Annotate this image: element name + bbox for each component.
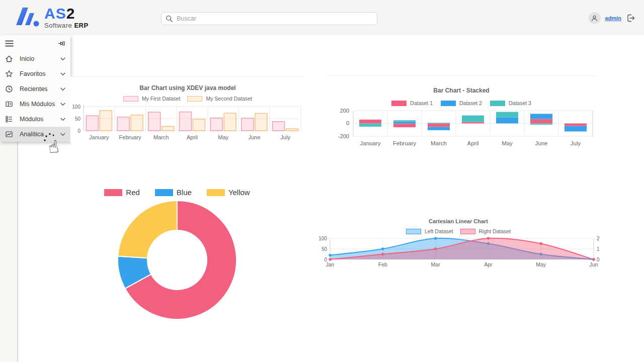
svg-text:200: 200 — [340, 108, 349, 114]
svg-text:2: 2 — [597, 236, 600, 241]
svg-text:March: March — [153, 134, 169, 140]
sidebar-item-analitica[interactable]: Analítica — [0, 127, 70, 142]
chevron-down-icon — [60, 118, 65, 121]
legend-swatch — [460, 229, 475, 234]
line-chart-card: Cartesian Linear Chart Left DatasetRight… — [316, 216, 601, 269]
stacked-bar-chart-card: Bar Chart - Stacked Dataset 1Dataset 2Da… — [327, 75, 596, 150]
legend-item[interactable]: My Second Dataset — [187, 96, 252, 102]
svg-text:0: 0 — [77, 128, 80, 134]
logout-icon[interactable] — [626, 13, 636, 23]
svg-text:July: July — [571, 140, 581, 146]
legend-swatch — [155, 189, 173, 196]
legend-label: Left Dataset — [425, 228, 453, 234]
sidebar-item-mis-modulos[interactable]: Mis Módulos — [0, 97, 70, 112]
analytics-icon — [5, 130, 13, 138]
home-icon — [5, 55, 13, 63]
legend-label: Dataset 1 — [410, 100, 433, 106]
sidebar-item-inicio[interactable]: Inicio — [0, 51, 70, 66]
legend-item[interactable]: Right Dataset — [460, 228, 511, 234]
search-icon — [166, 15, 173, 22]
svg-text:April: April — [467, 140, 478, 146]
chevron-down-icon — [60, 103, 65, 106]
app-header: AS2 Software ERP admin — [0, 0, 644, 35]
legend-swatch — [490, 101, 505, 106]
sidebar-item-recientes[interactable]: Recientes — [0, 81, 70, 97]
legend-item[interactable]: Blue — [155, 188, 192, 197]
sidebar-item-label: Mis Módulos — [20, 101, 58, 108]
chevron-down-icon — [60, 133, 65, 136]
admin-user-link[interactable]: admin — [605, 15, 621, 21]
svg-text:-200: -200 — [338, 133, 349, 139]
legend-label: My Second Dataset — [206, 96, 252, 102]
legend-item[interactable]: Left Dataset — [406, 228, 453, 234]
svg-text:100: 100 — [72, 104, 80, 110]
svg-text:May: May — [536, 261, 546, 267]
doughnut-chart-plot — [92, 197, 263, 323]
svg-text:January: January — [89, 134, 109, 140]
svg-text:April: April — [187, 134, 198, 140]
line-chart-title: Cartesian Linear Chart — [316, 218, 601, 224]
sidebar-item-label: Analítica — [20, 131, 58, 138]
legend-item[interactable]: Red — [104, 188, 140, 197]
legend-item[interactable]: Dataset 3 — [490, 100, 531, 106]
svg-text:February: February — [393, 140, 416, 146]
erp-app-window: AS2 Software ERP admin — [0, 0, 644, 362]
svg-text:March: March — [431, 140, 447, 146]
legend-label: Dataset 2 — [459, 100, 482, 106]
legend-swatch — [441, 101, 456, 106]
svg-text:June: June — [248, 134, 260, 140]
svg-text:Apr: Apr — [484, 261, 493, 267]
stacked-chart-legend: Dataset 1Dataset 2Dataset 3 — [327, 100, 596, 106]
legend-item[interactable]: Dataset 1 — [391, 100, 433, 106]
brand-logo-icon — [13, 5, 41, 29]
svg-text:1: 1 — [597, 246, 600, 252]
stacked-chart-title: Bar Chart - Stacked — [327, 87, 596, 94]
stacked-chart-plot: 2000-200JanuaryFebruaryMarchAprilMayJune… — [327, 106, 596, 150]
sidebar-item-favoritos[interactable]: Favoritos — [0, 66, 70, 81]
list-icon — [5, 115, 13, 123]
legend-item[interactable]: My First Dataset — [123, 96, 180, 102]
legend-label: Dataset 3 — [509, 100, 531, 106]
sidebar-item-label: Inicio — [20, 55, 58, 62]
legend-item[interactable]: Yellow — [207, 188, 250, 197]
bar-chart-plot: 050100JanuaryFebruaryMarchAprilMayJuneJu… — [70, 102, 305, 143]
svg-text:May: May — [218, 134, 228, 140]
doughnut-chart-legend: RedBlueYellow — [92, 188, 263, 197]
sidebar-item-label: Favoritos — [20, 70, 58, 77]
sidebar-item-label: Recientes — [20, 85, 58, 93]
line-chart-legend: Left DatasetRight Dataset — [316, 228, 601, 234]
svg-text:Jan: Jan — [326, 261, 335, 267]
bar-chart-title: Bar Chart using XDEV java model — [70, 84, 305, 92]
legend-label: My First Dataset — [142, 96, 180, 102]
svg-text:50: 50 — [321, 246, 328, 252]
svg-text:Mar: Mar — [431, 261, 441, 267]
pin-sidebar-icon[interactable] — [58, 40, 65, 47]
svg-text:July: July — [280, 134, 290, 140]
svg-text:Jun: Jun — [590, 261, 598, 267]
svg-text:Feb: Feb — [378, 261, 387, 267]
star-icon — [5, 70, 13, 78]
legend-label: Red — [126, 188, 140, 197]
svg-text:January: January — [360, 140, 381, 146]
svg-text:0: 0 — [346, 120, 349, 126]
clock-icon — [5, 85, 13, 93]
sidebar-item-modulos[interactable]: Módulos — [0, 112, 70, 127]
sidebar-item-label: Módulos — [20, 116, 58, 123]
person-icon — [591, 15, 598, 22]
brand-subtitle: Software ERP — [44, 22, 89, 29]
legend-swatch — [104, 189, 122, 196]
legend-swatch — [391, 101, 407, 106]
legend-item[interactable]: Dataset 2 — [441, 100, 482, 106]
user-avatar[interactable] — [589, 12, 601, 24]
chevron-down-icon — [60, 57, 65, 61]
svg-text:100: 100 — [318, 236, 327, 241]
legend-swatch — [123, 96, 138, 102]
brand-logo: AS2 Software ERP — [13, 5, 89, 29]
legend-label: Right Dataset — [479, 228, 511, 234]
module-card-icon — [5, 100, 13, 108]
hamburger-menu-icon[interactable] — [5, 40, 14, 47]
bar-chart-card: Bar Chart using XDEV java model My First… — [70, 76, 305, 143]
svg-text:50: 50 — [75, 116, 81, 122]
legend-swatch — [187, 96, 202, 102]
search-input[interactable] — [173, 15, 377, 22]
